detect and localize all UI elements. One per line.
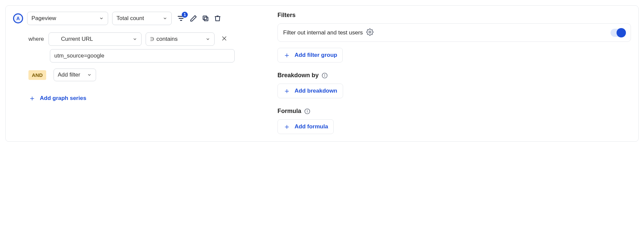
internal-filter-label: Filter out internal and test users — [283, 29, 363, 36]
svg-point-7 — [369, 31, 371, 33]
breakdown-title: Breakdown by — [277, 72, 631, 79]
toggle-knob — [617, 28, 626, 37]
chevron-down-icon — [163, 16, 167, 21]
query-panel: A Pageview Total count 1 — [5, 5, 639, 142]
add-filter-group-button[interactable]: ＋ Add filter group — [277, 48, 343, 63]
and-badge: AND — [28, 70, 46, 80]
event-select[interactable]: Pageview — [27, 12, 108, 25]
filters-title: Filters — [277, 12, 631, 19]
measure-select[interactable]: Total count — [112, 12, 172, 25]
chevron-down-icon — [87, 73, 92, 77]
measure-select-label: Total count — [116, 15, 144, 22]
series-badge: A — [13, 13, 23, 23]
add-formula-label: Add formula — [295, 123, 328, 130]
chevron-down-icon — [133, 37, 137, 41]
filter-icon[interactable]: 1 — [177, 14, 185, 22]
add-series-button[interactable]: ＋ Add graph series — [28, 95, 264, 102]
operator-select[interactable]: ∋ contains — [146, 32, 215, 46]
internal-filter-card: Filter out internal and test users — [277, 23, 631, 42]
breakdown-title-text: Breakdown by — [277, 72, 319, 79]
filters-title-text: Filters — [277, 12, 296, 19]
duplicate-icon[interactable] — [202, 15, 209, 22]
chevron-down-icon — [206, 37, 210, 41]
plus-icon: ＋ — [283, 51, 291, 59]
delete-icon[interactable] — [214, 15, 221, 22]
gear-icon[interactable] — [366, 28, 374, 37]
event-select-label: Pageview — [31, 15, 56, 22]
property-label: Current URL — [61, 36, 93, 42]
right-column: Filters Filter out internal and test use… — [277, 12, 631, 134]
filter-value-input[interactable] — [50, 49, 235, 63]
add-breakdown-label: Add breakdown — [295, 88, 337, 94]
property-select[interactable]: Current URL — [49, 32, 142, 46]
info-icon[interactable] — [321, 72, 328, 79]
info-icon[interactable] — [304, 108, 311, 115]
internal-filter-toggle[interactable] — [611, 29, 625, 37]
svg-rect-3 — [204, 17, 208, 21]
svg-rect-4 — [203, 16, 207, 20]
operator-label: contains — [156, 36, 177, 42]
plus-icon: ＋ — [28, 95, 36, 102]
and-row: AND Add filter — [28, 69, 264, 81]
add-breakdown-button[interactable]: ＋ Add breakdown — [277, 84, 343, 98]
series-row: A Pageview Total count 1 — [13, 12, 264, 25]
add-series-label: Add graph series — [40, 95, 86, 102]
series-config: A Pageview Total count 1 — [13, 12, 264, 134]
chevron-down-icon — [99, 16, 104, 21]
where-block: where Current URL ∋ contai — [28, 32, 264, 63]
where-label: where — [28, 36, 44, 42]
where-line: where Current URL ∋ contai — [28, 32, 264, 46]
add-formula-button[interactable]: ＋ Add formula — [277, 119, 334, 134]
svg-point-13 — [307, 110, 308, 110]
remove-filter-icon[interactable] — [221, 35, 228, 43]
formula-title-text: Formula — [277, 108, 301, 115]
plus-icon: ＋ — [283, 87, 291, 95]
posthog-icon — [53, 37, 59, 41]
plus-icon: ＋ — [283, 123, 291, 130]
value-row — [50, 46, 264, 63]
add-filter-label: Add filter — [58, 72, 80, 78]
contains-glyph-icon: ∋ — [150, 36, 154, 42]
filter-count-badge: 1 — [182, 12, 188, 18]
add-filter-select[interactable]: Add filter — [54, 69, 96, 81]
svg-point-10 — [325, 74, 325, 75]
add-filter-group-label: Add filter group — [295, 52, 337, 59]
series-action-icons: 1 — [177, 14, 221, 22]
rename-icon[interactable] — [190, 15, 197, 22]
formula-title: Formula — [277, 108, 631, 115]
